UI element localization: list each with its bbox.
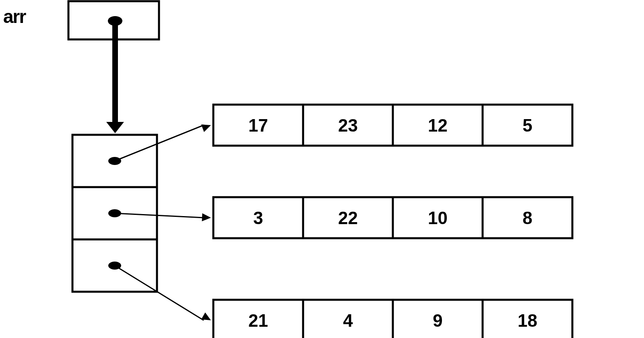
row-1-cell-0: 3: [253, 208, 263, 228]
diagram-svg: 1723125322108214918: [0, 0, 644, 338]
svg-marker-3: [106, 122, 124, 133]
row-2-cell-1: 4: [343, 311, 353, 330]
row-2-cell-0: 21: [248, 311, 268, 330]
row-0-cell-1: 23: [338, 115, 358, 135]
row-0-cell-0: 17: [248, 115, 268, 135]
svg-line-26: [115, 266, 204, 320]
row-1-cell-1: 22: [338, 208, 358, 228]
row-1-cell-3: 8: [522, 208, 532, 228]
svg-marker-27: [201, 312, 211, 320]
arr-label: arr: [3, 6, 25, 27]
row-2-cell-3: 18: [518, 311, 537, 330]
svg-marker-20: [202, 213, 211, 221]
row-0-cell-2: 12: [428, 115, 448, 135]
row-0-cell-3: 5: [522, 115, 532, 135]
svg-line-12: [115, 125, 204, 161]
svg-marker-13: [201, 124, 211, 132]
row-2-cell-2: 9: [433, 311, 442, 330]
row-1-cell-2: 10: [428, 208, 448, 228]
svg-line-19: [115, 213, 204, 218]
